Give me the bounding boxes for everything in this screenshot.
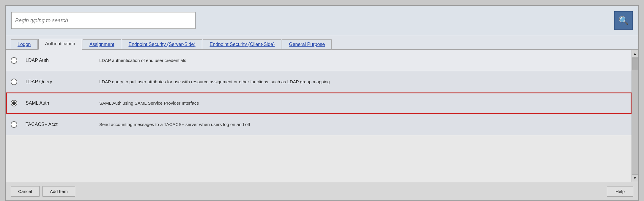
item-desc-saml-auth: SAML Auth using SAML Service Provider In… — [99, 100, 199, 106]
list-item-selected[interactable]: SAML Auth SAML Auth using SAML Service P… — [6, 92, 632, 114]
scrollbar-track: ▲ ▼ — [632, 50, 638, 182]
tab-assignment[interactable]: Assignment — [83, 39, 121, 49]
item-name-ldap-auth: LDAP Auth — [26, 58, 91, 63]
tab-general[interactable]: General Purpose — [282, 39, 332, 49]
list-item[interactable]: TACACS+ Acct Send accounting messages to… — [6, 114, 632, 135]
item-name-saml-auth: SAML Auth — [26, 100, 91, 106]
item-desc-ldap-query: LDAP query to pull user attributes for u… — [99, 79, 330, 84]
outer-container: 🔍 Logon Authentication Assignment Endpoi… — [0, 0, 644, 201]
list-item[interactable]: LDAP Query LDAP query to pull user attri… — [6, 71, 632, 92]
inner-container: 🔍 Logon Authentication Assignment Endpoi… — [5, 5, 639, 201]
search-button[interactable]: 🔍 — [614, 11, 633, 30]
scrollbar-up[interactable]: ▲ — [632, 50, 638, 58]
radio-tacacs-acct[interactable] — [11, 121, 17, 128]
radio-saml-auth[interactable] — [11, 100, 17, 106]
radio-ldap-query[interactable] — [11, 79, 17, 85]
cancel-button[interactable]: Cancel — [11, 186, 40, 197]
item-name-tacacs-acct: TACACS+ Acct — [26, 122, 91, 127]
item-desc-tacacs-acct: Send accounting messages to a TACACS+ se… — [99, 122, 250, 127]
list-item[interactable]: LDAP Auth LDAP authentication of end use… — [6, 50, 632, 71]
tabs-row: Logon Authentication Assignment Endpoint… — [6, 35, 638, 50]
search-input[interactable] — [11, 12, 196, 29]
item-name-ldap-query: LDAP Query — [26, 79, 91, 84]
list-area: LDAP Auth LDAP authentication of end use… — [6, 50, 632, 182]
scrollbar-down[interactable]: ▼ — [632, 174, 638, 182]
radio-ldap-auth[interactable] — [11, 57, 17, 64]
search-row: 🔍 — [6, 6, 638, 35]
tab-endpoint-client[interactable]: Endpoint Security (Client-Side) — [203, 39, 281, 49]
main-area: LDAP Auth LDAP authentication of end use… — [6, 50, 638, 182]
tab-authentication[interactable]: Authentication — [38, 39, 82, 50]
search-icon: 🔍 — [618, 16, 629, 25]
scrollbar-thumb[interactable] — [632, 58, 638, 70]
footer-row: Cancel Add Item Help — [6, 182, 638, 200]
help-button[interactable]: Help — [607, 186, 633, 197]
item-desc-ldap-auth: LDAP authentication of end user credenti… — [99, 58, 186, 63]
add-item-button[interactable]: Add Item — [42, 186, 75, 197]
tab-logon[interactable]: Logon — [11, 39, 38, 49]
tab-endpoint-server[interactable]: Endpoint Security (Server-Side) — [122, 39, 202, 49]
